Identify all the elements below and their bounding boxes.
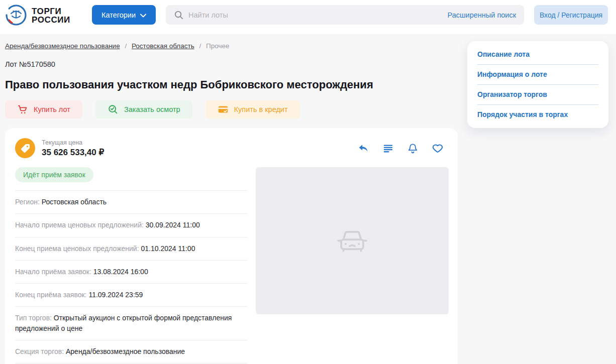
lot-number: Лот №5170580 [5, 60, 55, 68]
action-buttons: Купить лот Заказать осмотр Купить в кред… [5, 100, 300, 118]
chevron-down-icon [140, 11, 146, 19]
detail-row-section: Секция торгов: Аренда/безвозмездное поль… [15, 340, 247, 363]
order-inspection-label: Заказать осмотр [124, 105, 180, 113]
advanced-search-link[interactable]: Расширенный поиск [447, 11, 516, 19]
detail-row-apps-start: Начало приёма заявок: 13.08.2024 16:00 [15, 261, 247, 284]
categories-button[interactable]: Категории [92, 5, 156, 25]
login-register-button[interactable]: Вход / Регистрация [534, 5, 608, 25]
nav-item-lot-description[interactable]: Описание лота [477, 45, 598, 65]
categories-button-label: Категории [101, 11, 136, 19]
breadcrumb: Аренда/безвозмездное пользование / Росто… [5, 42, 229, 50]
detail-row-bid-end: Конец приема ценовых предложений: 01.10.… [15, 237, 247, 261]
detail-row-auction-type: Тип торгов: Открытый аукцион с открытой … [15, 307, 247, 340]
cart-icon [17, 104, 28, 115]
buy-lot-button[interactable]: Купить лот [5, 100, 82, 118]
car-icon [335, 226, 370, 256]
lot-nav-card: Описание лота Информация о лоте Организа… [467, 41, 608, 128]
search-bar: Расширенный поиск [166, 5, 524, 25]
nav-item-lot-info[interactable]: Информация о лоте [477, 65, 598, 85]
nav-item-participation-order[interactable]: Порядок участия в торгах [477, 105, 598, 125]
search-input[interactable] [188, 11, 442, 19]
header: ТОРГИ РОССИИ Категории Расширенный поиск… [0, 0, 616, 34]
buy-on-credit-button[interactable]: Купить в кредит [206, 100, 300, 118]
nav-item-organizer[interactable]: Организатор торгов [477, 85, 598, 105]
detail-row-bid-start: Начало приема ценовых предложений: 30.09… [15, 214, 247, 237]
lot-card-body: Идёт приём заявок Регион: Ростовская обл… [15, 167, 449, 364]
detail-row-region: Регион: Ростовская область [15, 191, 247, 214]
breadcrumb-separator: / [125, 42, 127, 50]
photo-placeholder [256, 167, 449, 314]
inspection-check-icon [108, 104, 119, 115]
price-label: Текущая цена [42, 139, 104, 146]
search-icon [174, 10, 183, 20]
page-content: Аренда/безвозмездное пользование / Росто… [0, 34, 616, 364]
russia-eagle-roundel-icon [5, 4, 27, 28]
lot-details-list: Регион: Ростовская область Начало приема… [15, 190, 247, 364]
status-badge: Идёт приём заявок [15, 167, 93, 182]
order-inspection-button[interactable]: Заказать осмотр [95, 100, 192, 118]
page-title: Право пользования участком недр Бобриков… [5, 78, 373, 91]
lot-card: Текущая цена 35 626 533,40 ₽ [5, 128, 458, 364]
breadcrumb-separator: / [199, 42, 201, 50]
detail-row-apps-end: Конец приёма заявок: 11.09.2024 23:59 [15, 284, 247, 307]
lot-toolbar [358, 142, 444, 154]
price-value: 35 626 533,40 ₽ [42, 147, 104, 158]
breadcrumb-link-section[interactable]: Аренда/безвозмездное пользование [5, 42, 120, 50]
brand-logo[interactable]: ТОРГИ РОССИИ [5, 4, 70, 28]
heart-icon[interactable] [432, 142, 444, 154]
current-price-block: Текущая цена 35 626 533,40 ₽ [15, 138, 104, 158]
credit-card-icon [218, 104, 229, 115]
breadcrumb-current: Прочее [206, 42, 229, 50]
share-icon[interactable] [358, 142, 369, 154]
price-tag-icon [15, 138, 35, 158]
brand-name: ТОРГИ РОССИИ [32, 8, 70, 24]
bell-icon[interactable] [407, 142, 419, 154]
buy-lot-label: Купить лот [34, 105, 70, 113]
lot-details-column: Идёт приём заявок Регион: Ростовская обл… [15, 167, 247, 364]
list-icon[interactable] [382, 142, 394, 154]
breadcrumb-link-region[interactable]: Ростовская область [132, 42, 194, 50]
lot-card-top: Текущая цена 35 626 533,40 ₽ [15, 138, 449, 158]
buy-on-credit-label: Купить в кредит [234, 105, 288, 113]
